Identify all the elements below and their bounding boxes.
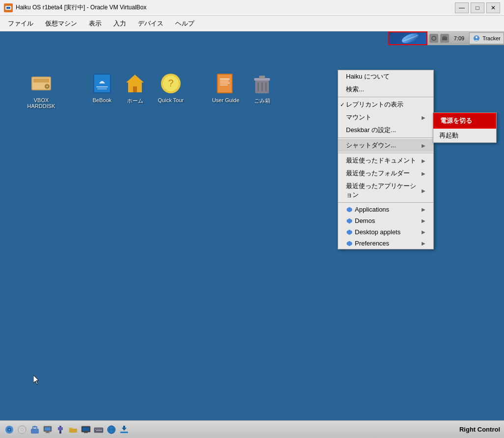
- desktop-icon-quick-tour[interactable]: ? Quick Tour: [151, 72, 190, 103]
- svg-rect-55: [45, 433, 50, 433]
- desktop-applets-icon: [346, 229, 353, 236]
- svg-rect-67: [96, 430, 102, 431]
- status-icon-screen[interactable]: [80, 424, 91, 435]
- quick-tour-label: Quick Tour: [158, 97, 184, 103]
- desktop-icon-vbox-harddisk[interactable]: VBOX HARDDISK: [22, 72, 61, 109]
- desktop-icon-user-guide[interactable]: User Guide: [206, 72, 245, 103]
- menu-help[interactable]: ヘルプ: [169, 17, 200, 30]
- svg-rect-29: [220, 79, 230, 80]
- svg-rect-57: [58, 427, 63, 430]
- ctx-demos[interactable]: Demos ▶: [338, 215, 433, 226]
- ctx-separator-3: [338, 153, 433, 153]
- svg-rect-50: [31, 429, 39, 434]
- restart-item[interactable]: 再起動: [433, 129, 496, 142]
- ctx-recent-docs[interactable]: 最近使ったドキュメント ▶: [338, 154, 433, 167]
- right-control-label: Right Control: [459, 426, 500, 433]
- svg-rect-73: [123, 426, 125, 430]
- minimize-button[interactable]: —: [455, 2, 469, 13]
- ctx-mount[interactable]: マウント ▶: [338, 111, 433, 124]
- preferences-icon: [346, 240, 353, 247]
- svg-marker-43: [33, 375, 39, 384]
- vm-screen[interactable]: 7:09 Tracker VBOX HARDDISK: [0, 31, 504, 420]
- vbox-harddisk-label: VBOX HARDDISK: [22, 97, 61, 109]
- svg-rect-71: [120, 432, 128, 433]
- svg-point-51: [34, 426, 36, 428]
- tracker-item[interactable]: Tracker: [469, 32, 504, 44]
- menu-input[interactable]: 入力: [107, 17, 132, 30]
- ctx-recent-docs-arrow: ▶: [422, 158, 425, 164]
- svg-point-11: [476, 36, 477, 38]
- trash-label: ごみ箱: [254, 97, 270, 105]
- ctx-shutdown-arrow: ▶: [422, 143, 425, 148]
- svg-rect-35: [259, 76, 265, 79]
- svg-rect-64: [97, 429, 99, 430]
- deskbar-tray: 7:09: [427, 31, 469, 45]
- demos-icon: [346, 218, 353, 224]
- applications-icon: [346, 206, 353, 213]
- status-icon-folder[interactable]: [68, 424, 79, 435]
- tray-icon-2[interactable]: [440, 34, 449, 43]
- ctx-about-haiku[interactable]: Haiku について: [338, 70, 433, 83]
- svg-rect-53: [45, 427, 51, 431]
- svg-text:?: ?: [168, 78, 173, 88]
- ctx-recent-folders-arrow: ▶: [422, 171, 425, 176]
- menu-file[interactable]: ファイル: [2, 17, 39, 30]
- user-guide-label: User Guide: [212, 97, 239, 103]
- power-off-item[interactable]: 電源を切る: [433, 113, 496, 129]
- ctx-search[interactable]: 検索...: [338, 83, 433, 96]
- tray-icon-1[interactable]: [429, 34, 438, 43]
- status-bar: Right Control: [0, 420, 504, 438]
- haiku-deskbar: 7:09 Tracker: [388, 31, 504, 45]
- ctx-desktop-applets[interactable]: Desktop applets ▶: [338, 226, 433, 238]
- svg-rect-65: [99, 429, 101, 430]
- menu-view[interactable]: 表示: [83, 17, 107, 30]
- svg-rect-60: [82, 427, 89, 431]
- svg-point-49: [22, 429, 23, 430]
- status-icon-globe[interactable]: [106, 424, 117, 435]
- maximize-button[interactable]: □: [471, 2, 484, 13]
- status-icon-download[interactable]: [119, 424, 130, 435]
- context-menu: Haiku について 検索... レプリカントの表示 マウント ▶ Deskba…: [338, 70, 434, 249]
- svg-rect-30: [220, 81, 229, 82]
- desktop-icon-trash[interactable]: ごみ箱: [242, 72, 282, 105]
- ctx-recent-apps[interactable]: 最近使ったアプリケーション ▶: [338, 180, 433, 201]
- ctx-applications-arrow: ▶: [422, 207, 425, 212]
- title-bar: Haiku OS r1beta4 [実行中] - Oracle VM Virtu…: [0, 0, 504, 16]
- svg-point-7: [432, 37, 435, 40]
- status-icon-audio[interactable]: [4, 424, 15, 435]
- deskbar-leaf-button[interactable]: [388, 31, 427, 45]
- svg-marker-40: [347, 219, 352, 223]
- status-icon-usb[interactable]: [55, 424, 66, 435]
- bebook-label: BeBook: [93, 97, 112, 103]
- svg-rect-8: [442, 37, 447, 40]
- ctx-deskbar-settings[interactable]: Deskbar の設定...: [338, 124, 433, 137]
- status-icon-display[interactable]: [42, 424, 53, 435]
- desktop-icon-home[interactable]: ホーム: [115, 72, 155, 105]
- ctx-demos-arrow: ▶: [422, 218, 425, 223]
- svg-rect-21: [97, 88, 107, 89]
- ctx-applications[interactable]: Applications ▶: [338, 204, 433, 215]
- status-icon-keyboard[interactable]: [93, 424, 104, 435]
- ctx-recent-folders[interactable]: 最近使ったフォルダー ▶: [338, 167, 433, 180]
- svg-rect-32: [220, 84, 228, 85]
- menu-devices[interactable]: デバイス: [132, 17, 169, 30]
- close-button[interactable]: ✕: [486, 2, 500, 13]
- ctx-preferences[interactable]: Preferences ▶: [338, 238, 433, 249]
- ctx-replicants[interactable]: レプリカントの表示: [338, 98, 433, 111]
- svg-rect-20: [96, 86, 108, 87]
- shutdown-submenu: 電源を切る 再起動: [433, 112, 497, 143]
- ctx-separator-4: [338, 202, 433, 203]
- mouse-cursor: [33, 375, 41, 385]
- ctx-shutdown[interactable]: シャットダウン... ▶: [338, 139, 433, 152]
- svg-point-16: [46, 85, 48, 87]
- svg-rect-23: [133, 86, 137, 92]
- status-icon-cd[interactable]: [17, 424, 27, 435]
- menu-bar: ファイル 仮想マシン 表示 入力 デバイス ヘルプ: [0, 16, 504, 31]
- status-icon-network[interactable]: [29, 424, 40, 435]
- vbox-icon: [4, 3, 13, 12]
- svg-rect-61: [84, 432, 88, 433]
- home-icon: [123, 72, 147, 95]
- menu-vm[interactable]: 仮想マシン: [39, 17, 83, 30]
- svg-rect-66: [101, 429, 102, 430]
- svg-rect-9: [443, 36, 446, 37]
